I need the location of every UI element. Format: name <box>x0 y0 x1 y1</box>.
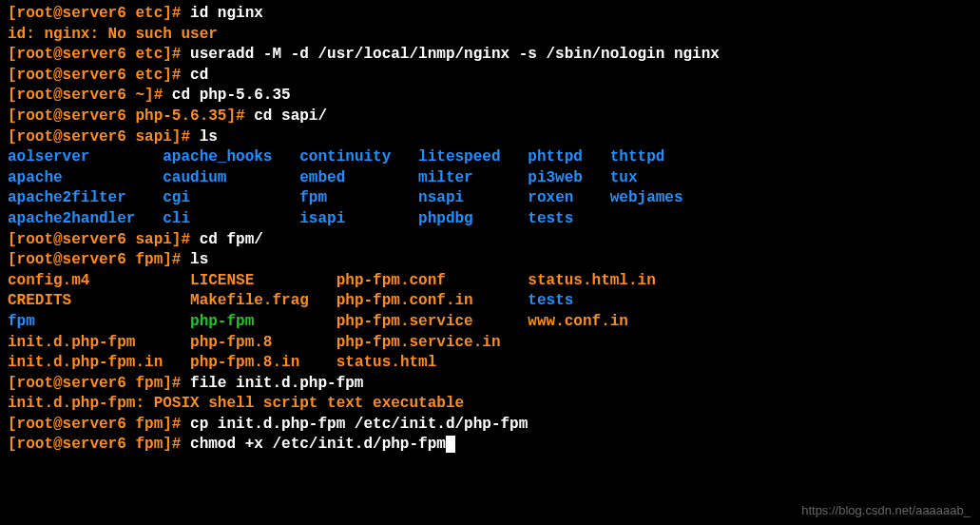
file: status.html <box>336 354 437 371</box>
prompt: [root@server6 fpm]# <box>8 251 190 268</box>
dir: cgi <box>163 189 190 206</box>
line: [root@server6 fpm]# file init.d.php-fpm <box>8 374 972 395</box>
prompt: [root@server6 sapi]# <box>8 128 200 146</box>
prompt: [root@server6 etc]# <box>8 5 190 22</box>
dir: apache2filter <box>8 189 126 206</box>
file: php-fpm.conf.in <box>336 292 473 309</box>
command: cd sapi/ <box>254 107 327 125</box>
dir: roxen <box>528 189 573 206</box>
dir: phttpd <box>528 148 583 165</box>
command: cd php-5.6.35 <box>172 87 291 104</box>
ls-row: aolserver apache_hooks continuity litesp… <box>8 147 972 168</box>
command: ls <box>190 251 208 268</box>
prompt: [root@server6 fpm]# <box>8 436 190 453</box>
prompt: [root@server6 fpm]# <box>8 375 190 392</box>
command: cd fpm/ <box>200 231 263 248</box>
dir: isapi <box>299 210 345 227</box>
dir: litespeed <box>418 148 500 165</box>
file: Makefile.frag <box>190 292 309 309</box>
line: [root@server6 fpm]# chmod +x /etc/init.d… <box>8 435 972 456</box>
prompt: [root@server6 ~]# <box>8 87 172 104</box>
dir: embed <box>299 169 345 186</box>
prompt: [root@server6 etc]# <box>8 67 190 84</box>
dir: tux <box>610 169 638 186</box>
line: [root@server6 fpm]# ls <box>8 250 972 271</box>
file: init.d.php-fpm.in <box>8 354 163 371</box>
line: [root@server6 sapi]# ls <box>8 127 972 148</box>
dir: thttpd <box>610 148 665 165</box>
line: [root@server6 php-5.6.35]# cd sapi/ <box>8 107 972 127</box>
dir: continuity <box>299 148 391 165</box>
cursor <box>446 436 455 453</box>
file: status.html.in <box>528 272 655 289</box>
ls-row: apache2handler cli isapi phpdbg tests <box>8 209 972 230</box>
ls-row: apache caudium embed milter pi3web tux <box>8 168 972 189</box>
command: file init.d.php-fpm <box>190 375 363 392</box>
output: init.d.php-fpm: POSIX shell script text … <box>8 394 972 415</box>
command: chmod +x /etc/init.d/php-fpm <box>190 436 446 453</box>
command: ls <box>200 128 218 146</box>
dir: tests <box>528 292 573 309</box>
line: [root@server6 etc]# cd <box>8 66 972 87</box>
line: [root@server6 etc]# useradd -M -d /usr/l… <box>8 45 972 66</box>
terminal[interactable]: [root@server6 etc]# id nginx id: nginx: … <box>8 4 972 456</box>
dir: nsapi <box>418 189 464 206</box>
prompt: [root@server6 fpm]# <box>8 416 190 433</box>
ls-row: CREDITS Makefile.frag php-fpm.conf.in te… <box>8 291 972 312</box>
command: id nginx <box>190 5 263 22</box>
file: php-fpm.service.in <box>336 334 501 351</box>
dir: apache2handler <box>8 210 135 227</box>
dir: apache <box>8 169 63 186</box>
command: cp init.d.php-fpm /etc/init.d/php-fpm <box>190 416 528 433</box>
file: www.conf.in <box>528 313 628 330</box>
dir: fpm <box>299 189 327 206</box>
output: id: nginx: No such user <box>8 25 972 46</box>
line: [root@server6 fpm]# cp init.d.php-fpm /e… <box>8 415 972 436</box>
line: [root@server6 ~]# cd php-5.6.35 <box>8 86 972 107</box>
dir: fpm <box>8 313 35 330</box>
ls-row: init.d.php-fpm.in php-fpm.8.in status.ht… <box>8 353 972 374</box>
prompt: [root@server6 sapi]# <box>8 231 200 248</box>
file: config.m4 <box>8 272 89 289</box>
file: CREDITS <box>8 292 71 309</box>
ls-row: init.d.php-fpm php-fpm.8 php-fpm.service… <box>8 333 972 354</box>
exec: php-fpm <box>190 313 254 330</box>
dir: tests <box>528 210 573 227</box>
line: [root@server6 sapi]# cd fpm/ <box>8 230 972 251</box>
ls-row: fpm php-fpm php-fpm.service www.conf.in <box>8 312 972 333</box>
ls-row: apache2filter cgi fpm nsapi roxen webjam… <box>8 188 972 209</box>
dir: apache_hooks <box>163 148 272 165</box>
dir: milter <box>418 169 473 186</box>
ls-row: config.m4 LICENSE php-fpm.conf status.ht… <box>8 271 972 292</box>
line: [root@server6 etc]# id nginx <box>8 4 972 25</box>
dir: cli <box>163 210 190 227</box>
dir: webjames <box>610 189 683 206</box>
dir: phpdbg <box>418 210 473 227</box>
dir: caudium <box>163 169 226 186</box>
command: useradd -M -d /usr/local/lnmp/nginx -s /… <box>190 46 720 63</box>
dir: pi3web <box>528 169 583 186</box>
prompt: [root@server6 php-5.6.35]# <box>8 107 254 125</box>
file: php-fpm.service <box>336 313 473 330</box>
prompt: [root@server6 etc]# <box>8 46 190 63</box>
file: php-fpm.8.in <box>190 354 299 371</box>
file: php-fpm.8 <box>190 334 272 351</box>
dir: aolserver <box>8 148 89 165</box>
file: LICENSE <box>190 272 254 289</box>
file: init.d.php-fpm <box>8 334 135 351</box>
file: php-fpm.conf <box>336 272 446 289</box>
command: cd <box>190 67 208 84</box>
watermark: https://blog.csdn.net/aaaaaab_ <box>801 502 970 519</box>
